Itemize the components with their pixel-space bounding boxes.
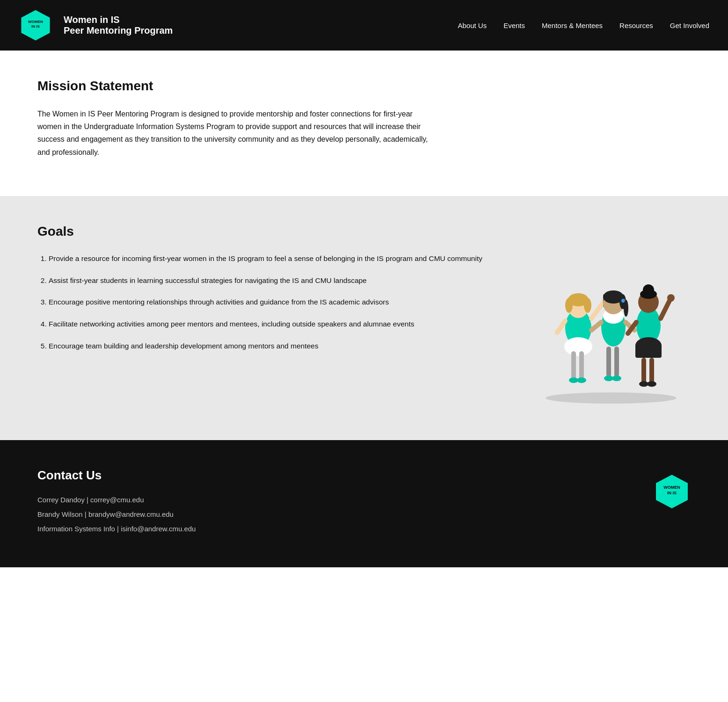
nav-get-involved[interactable]: Get Involved: [670, 22, 709, 29]
svg-rect-7: [579, 351, 584, 379]
site-title-line2: Peer Mentoring Program: [64, 25, 446, 36]
site-footer: Contact Us Correy Dandoy | correy@cmu.ed…: [0, 440, 728, 567]
svg-line-29: [591, 322, 601, 330]
women-illustration: [536, 253, 686, 407]
svg-text:WOMEN: WOMEN: [663, 485, 680, 490]
contact-3: Information Systems Info | isinfo@andrew…: [37, 525, 196, 533]
svg-point-40: [643, 284, 654, 296]
goal-item-3: Encourage positive mentoring relationshi…: [49, 297, 503, 308]
svg-point-37: [647, 381, 656, 387]
nav-events[interactable]: Events: [503, 22, 525, 29]
svg-point-5: [564, 337, 592, 356]
svg-text:IN IS: IN IS: [31, 24, 40, 29]
svg-point-42: [667, 294, 675, 302]
site-header: WOMEN IN IS Women in IS Peer Mentoring P…: [0, 0, 728, 51]
svg-rect-21: [614, 347, 619, 377]
footer-content: Contact Us Correy Dandoy | correy@cmu.ed…: [37, 468, 196, 539]
svg-line-17: [557, 321, 565, 333]
svg-point-9: [577, 377, 586, 383]
site-title-line1: Women in IS: [64, 14, 446, 25]
svg-point-28: [624, 300, 628, 317]
footer-heading: Contact Us: [37, 468, 196, 483]
svg-point-23: [612, 376, 621, 381]
svg-rect-35: [649, 358, 654, 384]
nav-resources[interactable]: Resources: [619, 22, 653, 29]
nav-mentors[interactable]: Mentors & Mentees: [542, 22, 603, 29]
footer-logo-icon: WOMEN IN IS: [653, 473, 691, 510]
svg-text:WOMEN: WOMEN: [28, 20, 43, 24]
svg-point-12: [565, 298, 573, 313]
goals-section: Goals Provide a resource for incoming fi…: [0, 196, 728, 440]
svg-rect-20: [606, 347, 611, 377]
illustration-area: [531, 253, 691, 407]
goals-heading: Goals: [37, 224, 691, 239]
site-title: Women in IS Peer Mentoring Program: [64, 14, 446, 36]
svg-text:IN IS: IN IS: [667, 491, 677, 495]
goal-item-2: Assist first-year students in learning s…: [49, 275, 503, 287]
svg-rect-6: [571, 351, 576, 379]
mission-heading: Mission Statement: [37, 79, 430, 94]
goal-item-1: Provide a resource for incoming first-ye…: [49, 253, 503, 265]
svg-point-13: [584, 298, 591, 313]
svg-rect-34: [641, 358, 646, 384]
svg-rect-33: [635, 344, 662, 358]
svg-line-41: [661, 300, 670, 318]
contact-1: Correy Dandoy | correy@cmu.edu: [37, 496, 196, 504]
mission-body: The Women in IS Peer Mentoring Program i…: [37, 108, 430, 159]
contact-2: Brandy Wilson | brandyw@andrew.cmu.edu: [37, 510, 196, 518]
nav-about[interactable]: About Us: [458, 22, 487, 29]
logo-icon: WOMEN IN IS: [19, 8, 52, 42]
mission-section: Mission Statement The Women in IS Peer M…: [0, 51, 728, 196]
svg-point-3: [546, 392, 677, 404]
goal-item-5: Encourage team building and leadership d…: [49, 340, 503, 352]
goals-list: Provide a resource for incoming first-ye…: [37, 253, 503, 362]
footer-logo: WOMEN IN IS: [653, 468, 691, 510]
goal-item-4: Facilitate networking activities among p…: [49, 318, 503, 330]
main-nav: About Us Events Mentors & Mentees Resour…: [458, 22, 709, 29]
